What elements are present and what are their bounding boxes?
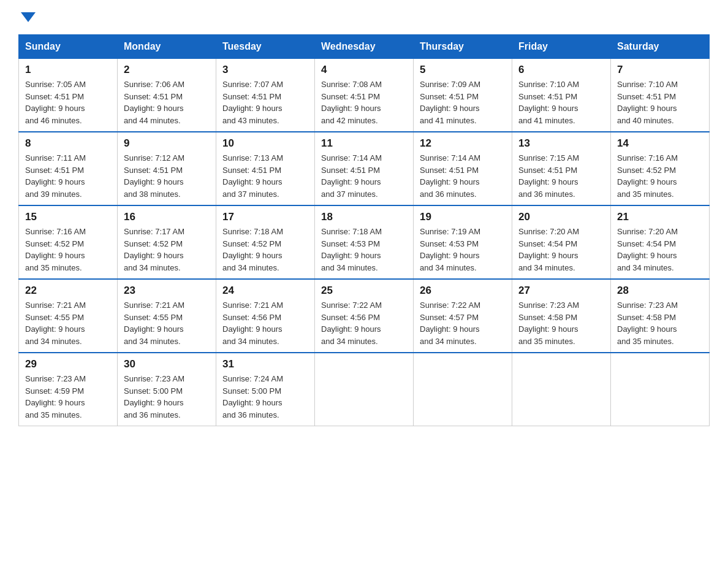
day-info: Sunrise: 7:08 AMSunset: 4:51 PMDaylight:… bbox=[321, 79, 407, 126]
day-info: Sunrise: 7:21 AMSunset: 4:55 PMDaylight:… bbox=[25, 299, 111, 347]
day-info: Sunrise: 7:12 AMSunset: 4:51 PMDaylight:… bbox=[124, 152, 210, 200]
day-info: Sunrise: 7:06 AMSunset: 4:51 PMDaylight:… bbox=[124, 79, 210, 126]
day-number: 29 bbox=[25, 358, 111, 370]
day-info: Sunrise: 7:14 AMSunset: 4:51 PMDaylight:… bbox=[420, 152, 506, 200]
calendar-cell: 8Sunrise: 7:11 AMSunset: 4:51 PMDaylight… bbox=[19, 132, 118, 205]
calendar-cell: 10Sunrise: 7:13 AMSunset: 4:51 PMDayligh… bbox=[216, 132, 315, 205]
calendar-cell: 5Sunrise: 7:09 AMSunset: 4:51 PMDaylight… bbox=[414, 59, 512, 132]
calendar-cell: 12Sunrise: 7:14 AMSunset: 4:51 PMDayligh… bbox=[414, 132, 512, 205]
day-number: 3 bbox=[222, 64, 308, 76]
day-number: 25 bbox=[321, 285, 407, 297]
day-number: 23 bbox=[124, 285, 210, 297]
week-row-1: 1Sunrise: 7:05 AMSunset: 4:51 PMDaylight… bbox=[19, 59, 710, 132]
calendar-cell: 15Sunrise: 7:16 AMSunset: 4:52 PMDayligh… bbox=[19, 205, 118, 279]
day-number: 17 bbox=[222, 211, 308, 223]
day-number: 10 bbox=[222, 137, 308, 150]
weekday-header-saturday: Saturday bbox=[611, 35, 710, 59]
day-info: Sunrise: 7:18 AMSunset: 4:52 PMDaylight:… bbox=[222, 226, 308, 274]
day-number: 14 bbox=[617, 137, 703, 150]
day-number: 7 bbox=[617, 64, 703, 76]
calendar-cell: 28Sunrise: 7:23 AMSunset: 4:58 PMDayligh… bbox=[611, 279, 710, 353]
weekday-header-tuesday: Tuesday bbox=[216, 35, 315, 59]
day-number: 12 bbox=[420, 137, 506, 150]
day-number: 2 bbox=[124, 64, 210, 76]
day-number: 15 bbox=[25, 211, 111, 223]
day-number: 22 bbox=[25, 285, 111, 297]
day-number: 24 bbox=[222, 285, 308, 297]
day-info: Sunrise: 7:23 AMSunset: 4:58 PMDaylight:… bbox=[518, 299, 604, 347]
week-row-5: 29Sunrise: 7:23 AMSunset: 4:59 PMDayligh… bbox=[19, 353, 710, 426]
calendar-cell: 25Sunrise: 7:22 AMSunset: 4:56 PMDayligh… bbox=[315, 279, 414, 353]
calendar-table: SundayMondayTuesdayWednesdayThursdayFrid… bbox=[18, 34, 710, 426]
day-info: Sunrise: 7:14 AMSunset: 4:51 PMDaylight:… bbox=[321, 152, 407, 200]
svg-marker-0 bbox=[21, 12, 36, 22]
week-row-4: 22Sunrise: 7:21 AMSunset: 4:55 PMDayligh… bbox=[19, 279, 710, 353]
day-info: Sunrise: 7:07 AMSunset: 4:51 PMDaylight:… bbox=[222, 79, 308, 126]
day-number: 21 bbox=[617, 211, 703, 223]
page-header bbox=[18, 12, 710, 23]
day-number: 27 bbox=[518, 285, 604, 297]
day-number: 11 bbox=[321, 137, 407, 150]
day-info: Sunrise: 7:18 AMSunset: 4:53 PMDaylight:… bbox=[321, 226, 407, 274]
calendar-cell: 17Sunrise: 7:18 AMSunset: 4:52 PMDayligh… bbox=[216, 205, 315, 279]
day-number: 8 bbox=[25, 137, 111, 150]
calendar-cell: 3Sunrise: 7:07 AMSunset: 4:51 PMDaylight… bbox=[216, 59, 315, 132]
logo bbox=[18, 12, 36, 23]
calendar-cell bbox=[414, 353, 512, 426]
calendar-cell: 4Sunrise: 7:08 AMSunset: 4:51 PMDaylight… bbox=[315, 59, 414, 132]
day-info: Sunrise: 7:22 AMSunset: 4:57 PMDaylight:… bbox=[420, 299, 506, 347]
day-number: 28 bbox=[617, 285, 703, 297]
day-info: Sunrise: 7:23 AMSunset: 4:58 PMDaylight:… bbox=[617, 299, 703, 347]
calendar-cell: 27Sunrise: 7:23 AMSunset: 4:58 PMDayligh… bbox=[512, 279, 611, 353]
day-number: 18 bbox=[321, 211, 407, 223]
day-info: Sunrise: 7:20 AMSunset: 4:54 PMDaylight:… bbox=[518, 226, 604, 274]
calendar-cell: 11Sunrise: 7:14 AMSunset: 4:51 PMDayligh… bbox=[315, 132, 414, 205]
day-info: Sunrise: 7:10 AMSunset: 4:51 PMDaylight:… bbox=[518, 79, 604, 126]
day-number: 9 bbox=[124, 137, 210, 150]
calendar-cell bbox=[315, 353, 414, 426]
header-row: SundayMondayTuesdayWednesdayThursdayFrid… bbox=[19, 35, 710, 59]
weekday-header-monday: Monday bbox=[118, 35, 216, 59]
weekday-header-sunday: Sunday bbox=[19, 35, 118, 59]
calendar-cell: 6Sunrise: 7:10 AMSunset: 4:51 PMDaylight… bbox=[512, 59, 611, 132]
day-number: 26 bbox=[420, 285, 506, 297]
day-number: 19 bbox=[420, 211, 506, 223]
day-number: 5 bbox=[420, 64, 506, 76]
day-info: Sunrise: 7:24 AMSunset: 5:00 PMDaylight:… bbox=[222, 373, 308, 421]
day-number: 16 bbox=[124, 211, 210, 223]
day-info: Sunrise: 7:09 AMSunset: 4:51 PMDaylight:… bbox=[420, 79, 506, 126]
calendar-cell: 22Sunrise: 7:21 AMSunset: 4:55 PMDayligh… bbox=[19, 279, 118, 353]
calendar-cell: 19Sunrise: 7:19 AMSunset: 4:53 PMDayligh… bbox=[414, 205, 512, 279]
weekday-header-thursday: Thursday bbox=[414, 35, 512, 59]
day-info: Sunrise: 7:17 AMSunset: 4:52 PMDaylight:… bbox=[124, 226, 210, 274]
day-info: Sunrise: 7:16 AMSunset: 4:52 PMDaylight:… bbox=[617, 152, 703, 200]
calendar-cell: 18Sunrise: 7:18 AMSunset: 4:53 PMDayligh… bbox=[315, 205, 414, 279]
calendar-cell: 31Sunrise: 7:24 AMSunset: 5:00 PMDayligh… bbox=[216, 353, 315, 426]
weekday-header-friday: Friday bbox=[512, 35, 611, 59]
day-number: 1 bbox=[25, 64, 111, 76]
calendar-cell: 13Sunrise: 7:15 AMSunset: 4:51 PMDayligh… bbox=[512, 132, 611, 205]
calendar-cell: 30Sunrise: 7:23 AMSunset: 5:00 PMDayligh… bbox=[118, 353, 216, 426]
calendar-cell: 24Sunrise: 7:21 AMSunset: 4:56 PMDayligh… bbox=[216, 279, 315, 353]
day-number: 31 bbox=[222, 358, 308, 370]
calendar-cell: 20Sunrise: 7:20 AMSunset: 4:54 PMDayligh… bbox=[512, 205, 611, 279]
calendar-cell: 21Sunrise: 7:20 AMSunset: 4:54 PMDayligh… bbox=[611, 205, 710, 279]
calendar-cell: 26Sunrise: 7:22 AMSunset: 4:57 PMDayligh… bbox=[414, 279, 512, 353]
logo-icon bbox=[21, 10, 36, 25]
calendar-cell bbox=[611, 353, 710, 426]
day-info: Sunrise: 7:13 AMSunset: 4:51 PMDaylight:… bbox=[222, 152, 308, 200]
week-row-3: 15Sunrise: 7:16 AMSunset: 4:52 PMDayligh… bbox=[19, 205, 710, 279]
day-number: 13 bbox=[518, 137, 604, 150]
calendar-cell: 2Sunrise: 7:06 AMSunset: 4:51 PMDaylight… bbox=[118, 59, 216, 132]
day-number: 30 bbox=[124, 358, 210, 370]
calendar-cell: 14Sunrise: 7:16 AMSunset: 4:52 PMDayligh… bbox=[611, 132, 710, 205]
day-info: Sunrise: 7:22 AMSunset: 4:56 PMDaylight:… bbox=[321, 299, 407, 347]
day-info: Sunrise: 7:20 AMSunset: 4:54 PMDaylight:… bbox=[617, 226, 703, 274]
day-number: 20 bbox=[518, 211, 604, 223]
day-info: Sunrise: 7:23 AMSunset: 4:59 PMDaylight:… bbox=[25, 373, 111, 421]
calendar-cell: 1Sunrise: 7:05 AMSunset: 4:51 PMDaylight… bbox=[19, 59, 118, 132]
day-info: Sunrise: 7:21 AMSunset: 4:55 PMDaylight:… bbox=[124, 299, 210, 347]
day-info: Sunrise: 7:23 AMSunset: 5:00 PMDaylight:… bbox=[124, 373, 210, 421]
calendar-cell: 29Sunrise: 7:23 AMSunset: 4:59 PMDayligh… bbox=[19, 353, 118, 426]
day-info: Sunrise: 7:11 AMSunset: 4:51 PMDaylight:… bbox=[25, 152, 111, 200]
